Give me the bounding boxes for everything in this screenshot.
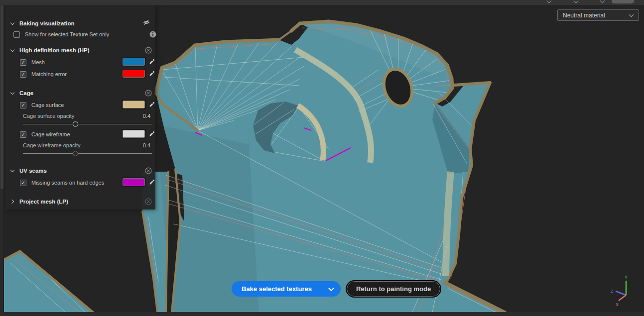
- material-dropdown-value: Neutral material: [563, 12, 605, 19]
- panel-header-row: Baking visualization: [5, 18, 155, 28]
- reset-icon[interactable]: [145, 90, 152, 97]
- collapse-chevron-icon[interactable]: [11, 92, 14, 95]
- eye-off-icon[interactable]: [143, 19, 150, 26]
- axis-z-label: Z: [611, 289, 614, 294]
- bake-actions: Bake selected textures Return to paintin…: [232, 281, 440, 297]
- collapse-chevron-icon[interactable]: [11, 49, 14, 52]
- cage-surface-checkbox[interactable]: ✓: [20, 102, 26, 108]
- scrollbar-thumb[interactable]: [0, 5, 3, 189]
- cage-surface-label: Cage surface: [31, 102, 64, 108]
- axis-y-label: Y: [625, 275, 628, 280]
- return-to-painting-mode-button[interactable]: Return to painting mode: [347, 281, 440, 297]
- mesh-label: Mesh: [31, 59, 45, 65]
- reset-icon[interactable]: [145, 47, 152, 54]
- mesh-color-swatch[interactable]: [123, 58, 145, 66]
- cage-wireframe-opacity-slider[interactable]: [23, 151, 152, 157]
- toolbar-button[interactable]: [612, 0, 634, 3]
- axis-gizmo[interactable]: Y Z X: [608, 274, 638, 311]
- show-selected-row: ✓ Show for selected Texture Set only: [5, 29, 155, 39]
- eyedropper-icon[interactable]: [148, 178, 155, 185]
- top-toolbar: [0, 0, 644, 5]
- eyedropper-icon[interactable]: [148, 130, 155, 137]
- substance-painter-baking-view: Y Z X Baking visualization ✓ Show for se…: [0, 0, 644, 316]
- reset-icon[interactable]: [145, 167, 152, 174]
- cage-section-title: Cage: [19, 90, 33, 96]
- collapse-chevron-icon[interactable]: [11, 169, 14, 173]
- cage-wireframe-opacity-label: Cage wireframe opacity: [23, 142, 81, 148]
- chevron-down-icon: [329, 285, 334, 291]
- uv-section-title: UV seams: [19, 168, 47, 174]
- slider-track[interactable]: [23, 124, 152, 124]
- eyedropper-icon[interactable]: [148, 70, 155, 77]
- cage-wireframe-opacity-value: 0.4: [143, 142, 150, 148]
- uv-section-header: UV seams: [5, 166, 155, 176]
- slider-handle[interactable]: [73, 151, 78, 156]
- baking-visualization-panel: Baking visualization ✓ Show for selected…: [5, 5, 155, 210]
- slider-handle[interactable]: [73, 121, 78, 127]
- bottom-statusbar: [0, 312, 644, 316]
- toolbar-chevron-icon[interactable]: [547, 0, 551, 3]
- matching-error-color-swatch[interactable]: [123, 70, 145, 78]
- mesh-checkbox[interactable]: ✓: [20, 59, 26, 66]
- axis-x-label: X: [616, 302, 619, 307]
- cage-wireframe-checkbox[interactable]: ✓: [20, 131, 26, 138]
- hp-section-title: High definition mesh (HP): [19, 47, 90, 53]
- missing-seams-checkbox[interactable]: ✓: [20, 180, 26, 186]
- cage-surface-opacity-label: Cage surface opacity: [23, 113, 74, 119]
- show-selected-label: Show for selected Texture Set only: [25, 31, 109, 37]
- cage-surface-opacity-slider[interactable]: [23, 121, 152, 127]
- missing-seams-label: Missing seams on hard edges: [31, 180, 104, 186]
- left-scrollbar[interactable]: [0, 5, 4, 312]
- bake-options-dropdown-button[interactable]: [322, 281, 341, 297]
- return-button-label: Return to painting mode: [356, 285, 431, 293]
- cage-surface-opacity-row: Cage surface opacity 0.4: [5, 111, 155, 121]
- project-section-title: Project mesh (LP): [19, 199, 68, 205]
- matching-error-checkbox[interactable]: ✓: [20, 71, 26, 78]
- expand-chevron-icon[interactable]: [11, 200, 14, 204]
- cage-section-header: Cage: [5, 88, 155, 98]
- bake-selected-textures-button[interactable]: Bake selected textures: [232, 281, 322, 297]
- reset-icon[interactable]: [145, 198, 152, 205]
- project-section-header: Project mesh (LP): [5, 197, 155, 207]
- bake-button-label: Bake selected textures: [242, 285, 312, 293]
- toolbar-chevron-icon[interactable]: [574, 0, 578, 3]
- collapse-chevron-icon[interactable]: [11, 22, 14, 25]
- hp-section-header: High definition mesh (HP): [5, 45, 155, 55]
- missing-seams-color-swatch[interactable]: [123, 178, 145, 186]
- chevron-down-icon: [629, 13, 634, 17]
- material-dropdown[interactable]: Neutral material: [557, 9, 639, 21]
- cage-wireframe-color-swatch[interactable]: [123, 130, 145, 138]
- matching-error-label: Matching error: [31, 71, 67, 77]
- cage-surface-opacity-value: 0.4: [143, 113, 150, 119]
- eyedropper-icon[interactable]: [148, 58, 155, 65]
- cage-wireframe-opacity-row: Cage wireframe opacity 0.4: [5, 140, 155, 150]
- cage-surface-color-swatch[interactable]: [123, 101, 145, 108]
- toolbar-chevron-icon[interactable]: [600, 0, 605, 3]
- eyedropper-icon[interactable]: [148, 101, 155, 107]
- slider-track[interactable]: [23, 153, 152, 154]
- panel-title: Baking visualization: [19, 20, 75, 26]
- cage-wireframe-label: Cage wireframe: [31, 131, 70, 137]
- show-selected-checkbox[interactable]: ✓: [13, 31, 20, 38]
- info-icon: [149, 31, 156, 38]
